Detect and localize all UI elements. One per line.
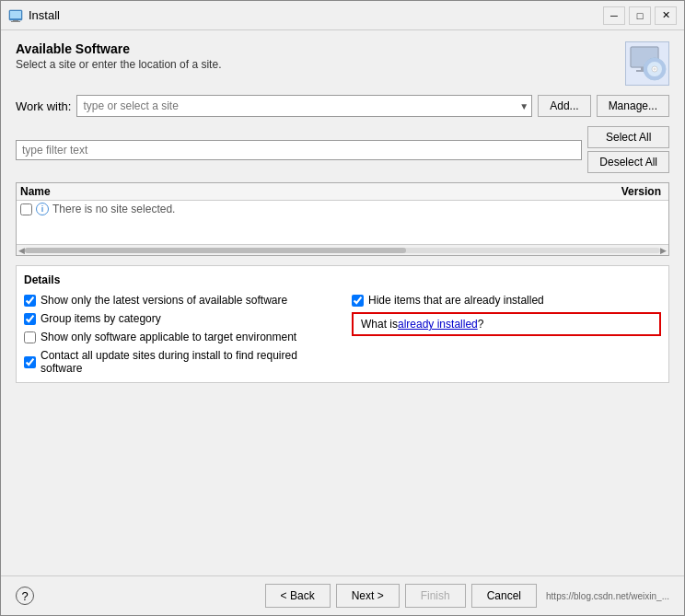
checkbox-row-hide: Hide items that are already installed [352, 294, 661, 307]
manage-button[interactable]: Manage... [597, 95, 669, 117]
already-installed-link[interactable]: already installed [398, 318, 478, 331]
window-icon [8, 8, 23, 23]
minimize-button[interactable]: ─ [603, 6, 625, 25]
page-title: Available Software [16, 41, 221, 56]
details-left: Show only the latest versions of availab… [24, 294, 333, 375]
close-button[interactable]: ✕ [655, 6, 677, 25]
scroll-left-icon[interactable]: ◀ [18, 246, 25, 255]
site-input[interactable] [76, 95, 532, 117]
footer-url: https://blog.csdn.net/weixin_... [546, 591, 669, 601]
details-columns: Show only the latest versions of availab… [24, 294, 661, 375]
work-with-label: Work with: [16, 99, 71, 113]
site-select-wrapper [76, 95, 532, 117]
maximize-button[interactable]: □ [629, 6, 651, 25]
svg-rect-1 [10, 11, 21, 18]
software-table: Name Version i There is no site selected… [16, 182, 669, 256]
window-title: Install [29, 8, 603, 22]
checkbox-label-hide: Hide items that are already installed [368, 294, 544, 307]
main-content: Available Software Select a site or ente… [1, 30, 684, 575]
header-text: Available Software Select a site or ente… [16, 41, 221, 71]
deselect-all-button[interactable]: Deselect All [587, 151, 669, 173]
help-button[interactable]: ? [16, 587, 34, 605]
checkbox-group-by-category[interactable] [24, 313, 36, 325]
add-button[interactable]: Add... [538, 95, 590, 117]
details-right: Hide items that are already installed Wh… [352, 294, 661, 375]
row-checkbox[interactable] [20, 203, 32, 215]
filter-select-row: Select All Deselect All [16, 126, 669, 173]
table-row: i There is no site selected. [17, 201, 668, 217]
back-button[interactable]: < Back [265, 584, 331, 608]
footer: ? < Back Next > Finish Cancel https://bl… [1, 575, 684, 615]
checkbox-row-1: Group items by category [24, 312, 333, 325]
cancel-button[interactable]: Cancel [471, 584, 537, 608]
table-section: Name Version i There is no site selected… [16, 182, 669, 256]
row-text: There is no site selected. [52, 203, 175, 215]
install-icon [627, 43, 668, 84]
scrollbar-track[interactable] [25, 248, 660, 253]
svg-point-11 [654, 68, 656, 71]
column-name: Name [20, 185, 591, 198]
filter-input[interactable] [16, 140, 582, 160]
checkbox-label-1: Group items by category [41, 312, 161, 325]
page-subtitle: Select a site or enter the location of a… [16, 58, 221, 71]
header-row: Available Software Select a site or ente… [16, 41, 669, 86]
header-icon [625, 41, 669, 86]
scroll-right-icon[interactable]: ▶ [660, 246, 667, 255]
finish-button[interactable]: Finish [405, 584, 466, 608]
next-button[interactable]: Next > [336, 584, 400, 608]
what-is-suffix: ? [478, 318, 484, 331]
checkbox-latest-versions[interactable] [24, 295, 36, 307]
svg-rect-2 [13, 20, 18, 21]
titlebar-buttons: ─ □ ✕ [603, 6, 677, 25]
work-with-row: Work with: Add... Manage... [16, 95, 669, 117]
select-all-button[interactable]: Select All [587, 126, 669, 148]
table-header: Name Version [17, 183, 668, 201]
checkbox-applicable-target[interactable] [24, 331, 36, 343]
details-title: Details [24, 273, 661, 286]
svg-rect-3 [11, 21, 20, 22]
checkbox-row-2: Show only software applicable to target … [24, 331, 333, 343]
horizontal-scrollbar[interactable]: ◀ ▶ [17, 244, 668, 255]
checkbox-hide-installed[interactable] [352, 295, 364, 307]
checkbox-label-0: Show only the latest versions of availab… [41, 294, 287, 307]
titlebar: Install ─ □ ✕ [1, 1, 684, 30]
column-version: Version [591, 185, 665, 198]
install-dialog: Install ─ □ ✕ Available Software Select … [0, 0, 685, 616]
checkbox-contact-update-sites[interactable] [24, 356, 36, 368]
details-section: Details Show only the latest versions of… [16, 265, 669, 383]
checkbox-row-0: Show only the latest versions of availab… [24, 294, 333, 307]
what-is-box: What is already installed? [352, 312, 661, 336]
checkbox-row-3: Contact all update sites during install … [24, 349, 333, 375]
select-buttons: Select All Deselect All [587, 126, 669, 173]
checkbox-label-2: Show only software applicable to target … [41, 331, 296, 343]
what-is-prefix: What is [361, 318, 398, 331]
checkbox-label-3: Contact all update sites during install … [41, 349, 333, 375]
info-icon: i [36, 203, 49, 215]
